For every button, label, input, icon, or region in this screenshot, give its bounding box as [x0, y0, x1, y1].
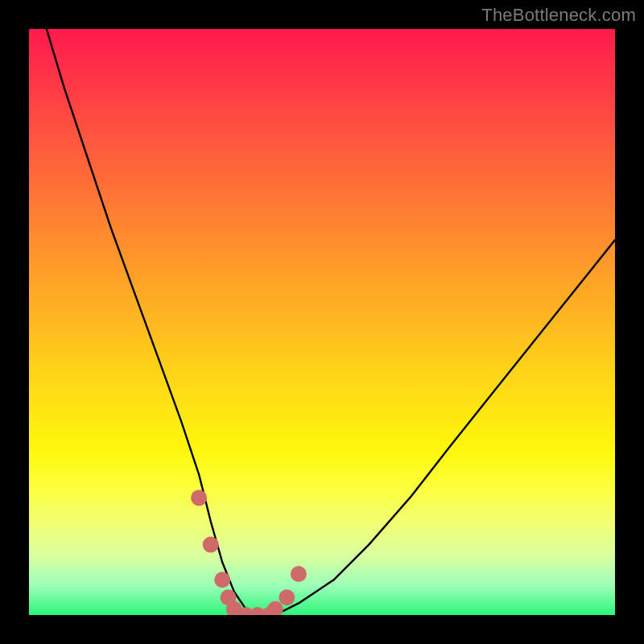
highlight-dot: [214, 572, 230, 588]
highlight-dot: [203, 537, 219, 553]
plot-area: [29, 29, 615, 615]
curve-svg: [29, 29, 615, 615]
watermark-text: TheBottleneck.com: [481, 5, 636, 26]
highlight-dot: [291, 566, 307, 582]
highlight-dot: [267, 601, 283, 615]
chart-frame: TheBottleneck.com: [0, 0, 644, 644]
highlight-dot: [279, 589, 295, 605]
bottleneck-curve: [47, 29, 615, 615]
highlight-dot: [191, 489, 207, 506]
